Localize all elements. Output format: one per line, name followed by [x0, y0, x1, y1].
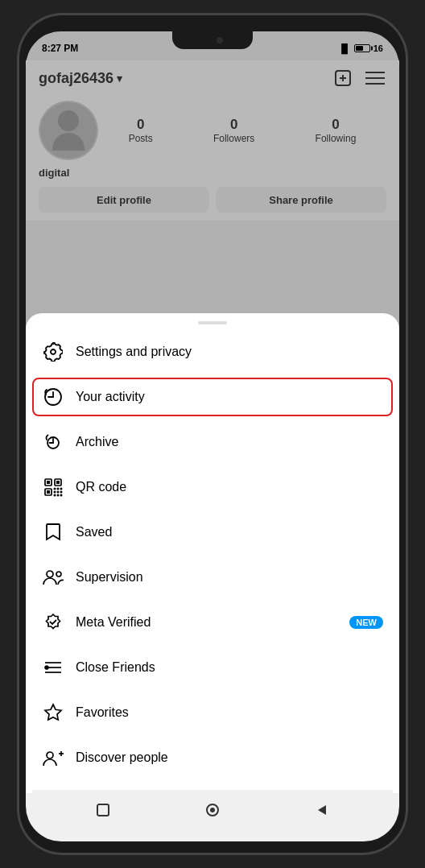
closefriends-label: Close Friends	[76, 660, 155, 675]
status-bar: 8:27 PM ▐▌ 16	[26, 31, 399, 60]
settings-label: Settings and privacy	[76, 345, 192, 359]
svg-marker-30	[45, 705, 61, 720]
notch	[172, 31, 253, 49]
svg-point-24	[47, 571, 53, 577]
android-home-button[interactable]	[204, 801, 221, 819]
saved-label: Saved	[76, 525, 112, 539]
status-icons: ▐▌ 16	[338, 43, 383, 53]
svg-point-29	[45, 666, 48, 669]
svg-point-36	[210, 808, 215, 812]
menu-item-saved[interactable]: Saved	[26, 510, 399, 555]
archive-icon	[42, 431, 64, 453]
menu-item-qrcode[interactable]: QR code	[26, 465, 399, 510]
qrcode-label: QR code	[76, 480, 126, 494]
favorites-label: Favorites	[76, 705, 129, 720]
supervision-icon	[42, 566, 64, 589]
supervision-label: Supervision	[76, 570, 143, 585]
menu-item-settings[interactable]: Settings and privacy	[26, 329, 399, 374]
svg-marker-37	[318, 805, 326, 815]
svg-rect-12	[56, 481, 60, 484]
menu-item-supervision[interactable]: Supervision	[26, 555, 399, 600]
menu-item-metaverified[interactable]: Meta Verified NEW	[26, 600, 399, 645]
activity-label: Your activity	[76, 390, 145, 404]
svg-rect-14	[47, 490, 50, 494]
svg-point-25	[56, 572, 61, 577]
android-nav	[32, 790, 393, 830]
close-friends-icon	[42, 656, 64, 679]
menu-item-activity[interactable]: Your activity	[26, 374, 399, 420]
menu-item-favorites[interactable]: Favorites	[26, 690, 399, 735]
menu-item-closefriends[interactable]: Close Friends	[26, 645, 399, 690]
settings-icon	[42, 341, 64, 363]
camera-dot	[217, 37, 223, 43]
metaverified-label: Meta Verified	[76, 615, 151, 630]
status-time: 8:27 PM	[42, 43, 78, 54]
battery-icon	[354, 44, 370, 52]
signal-icon: ▐▌	[338, 43, 351, 53]
sheet-handle	[198, 321, 227, 324]
overlay-dimmer	[26, 31, 399, 329]
favorites-icon	[42, 701, 64, 724]
menu-item-discoverpeople[interactable]: Discover people	[26, 735, 399, 780]
svg-rect-34	[97, 804, 109, 816]
battery-percent: 16	[373, 43, 383, 53]
svg-point-31	[47, 752, 53, 758]
new-badge: NEW	[349, 616, 383, 629]
saved-icon	[42, 521, 64, 544]
svg-rect-10	[47, 481, 50, 484]
activity-icon	[42, 386, 64, 408]
discoverpeople-label: Discover people	[76, 750, 168, 765]
menu-item-archive[interactable]: Archive	[26, 420, 399, 465]
qr-icon	[42, 476, 64, 498]
discover-icon	[42, 746, 64, 769]
archive-label: Archive	[76, 435, 118, 449]
android-back-button[interactable]	[313, 801, 331, 819]
meta-verified-icon	[42, 611, 64, 634]
svg-point-6	[51, 349, 56, 354]
bottom-sheet: Settings and privacy Your activity	[26, 313, 399, 793]
android-square-button[interactable]	[94, 801, 112, 819]
